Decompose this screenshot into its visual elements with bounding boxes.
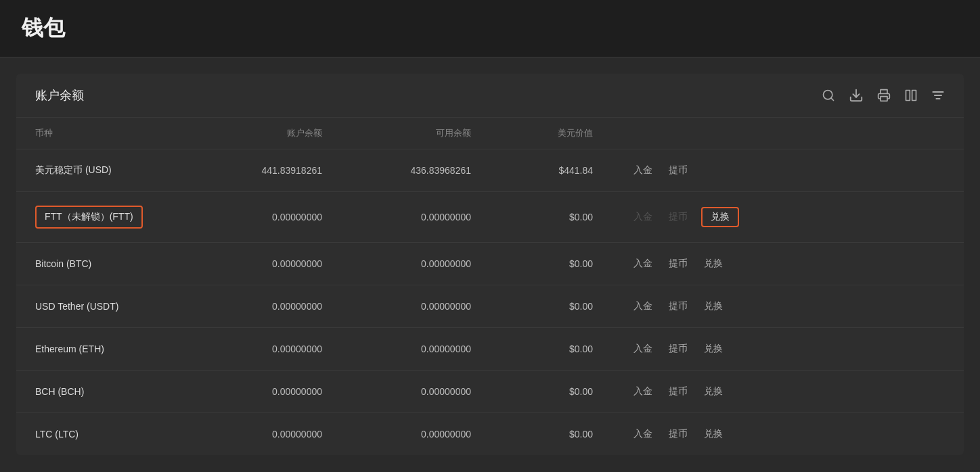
page-title: 钱包	[22, 14, 958, 43]
table-row: LTC (LTC)0.000000000.00000000$0.00入金提币兑换	[16, 413, 964, 456]
usd-value: $0.00	[490, 243, 612, 285]
svg-line-1	[831, 98, 834, 101]
usd-value: $0.00	[490, 285, 612, 328]
columns-icon[interactable]	[904, 89, 918, 102]
deposit-button[interactable]: 入金	[631, 299, 655, 314]
table-row: BCH (BCH)0.000000000.00000000$0.00入金提币兑换	[16, 371, 964, 413]
balance-value: 0.00000000	[192, 243, 341, 285]
available-value: 436.83968261	[341, 149, 490, 192]
deposit-button[interactable]: 入金	[631, 341, 655, 356]
exchange-button[interactable]: 兑换	[701, 299, 726, 314]
withdraw-button[interactable]: 提币	[666, 210, 690, 225]
svg-rect-3	[881, 97, 887, 101]
exchange-button[interactable]: 兑换	[701, 341, 726, 356]
withdraw-button[interactable]: 提币	[666, 427, 690, 442]
deposit-button[interactable]: 入金	[631, 384, 655, 399]
actions-cell: 入金提币兑换	[612, 413, 964, 456]
print-icon[interactable]	[877, 89, 891, 102]
col-header-usd-value: 美元价值	[490, 118, 612, 149]
table-row: USD Tether (USDT)0.000000000.00000000$0.…	[16, 285, 964, 328]
deposit-button[interactable]: 入金	[631, 427, 655, 442]
exchange-button[interactable]: 兑换	[701, 207, 739, 227]
col-header-available: 可用余额	[341, 118, 490, 149]
actions-cell: 入金提币兑换	[612, 328, 964, 371]
withdraw-button[interactable]: 提币	[666, 341, 690, 356]
usd-value: $441.84	[490, 149, 612, 192]
currency-name: USD Tether (USDT)	[16, 285, 192, 328]
currency-name: LTC (LTC)	[16, 413, 192, 456]
page-header: 钱包	[0, 0, 980, 57]
actions-cell: 入金提币	[612, 149, 964, 192]
balance-value: 441.83918261	[192, 149, 341, 192]
svg-rect-4	[906, 91, 910, 101]
actions-cell: 入金提币兑换	[612, 285, 964, 328]
currency-name: 美元稳定币 (USD)	[16, 149, 192, 192]
search-icon[interactable]	[822, 89, 835, 102]
actions-cell: 入金提币兑换	[612, 243, 964, 285]
col-header-balance: 账户余额	[192, 118, 341, 149]
balance-value: 0.00000000	[192, 328, 341, 371]
withdraw-button[interactable]: 提币	[666, 256, 690, 271]
available-value: 0.00000000	[341, 285, 490, 328]
table-row: FTT（未解锁）(FTT)0.000000000.00000000$0.00入金…	[16, 192, 964, 243]
section-title: 账户余额	[35, 87, 84, 103]
balance-value: 0.00000000	[192, 371, 341, 413]
deposit-button[interactable]: 入金	[631, 163, 655, 178]
col-header-actions	[612, 118, 964, 149]
balance-value: 0.00000000	[192, 413, 341, 456]
usd-value: $0.00	[490, 371, 612, 413]
section-header: 账户余额	[16, 74, 964, 118]
table-row: 美元稳定币 (USD)441.83918261436.83968261$441.…	[16, 149, 964, 192]
actions-cell: 入金提币兑换	[612, 371, 964, 413]
currency-name: Bitcoin (BTC)	[16, 243, 192, 285]
table-row: Ethereum (ETH)0.000000000.00000000$0.00入…	[16, 328, 964, 371]
toolbar	[822, 88, 945, 103]
withdraw-button[interactable]: 提币	[666, 384, 690, 399]
deposit-button[interactable]: 入金	[631, 210, 655, 225]
available-value: 0.00000000	[341, 413, 490, 456]
available-value: 0.00000000	[341, 371, 490, 413]
available-value: 0.00000000	[341, 243, 490, 285]
deposit-button[interactable]: 入金	[631, 256, 655, 271]
download-icon[interactable]	[849, 88, 864, 103]
exchange-button[interactable]: 兑换	[701, 427, 726, 442]
exchange-button[interactable]: 兑换	[701, 384, 726, 399]
usd-value: $0.00	[490, 413, 612, 456]
ftt-highlighted-currency: FTT（未解锁）(FTT)	[35, 206, 143, 229]
available-value: 0.00000000	[341, 328, 490, 371]
withdraw-button[interactable]: 提币	[666, 163, 690, 178]
balance-table: 币种 账户余额 可用余额 美元价值 美元稳定币 (USD)441.8391826…	[16, 118, 964, 455]
table-header-row: 币种 账户余额 可用余额 美元价值	[16, 118, 964, 149]
actions-cell: 入金提币兑换	[612, 192, 964, 243]
usd-value: $0.00	[490, 328, 612, 371]
available-value: 0.00000000	[341, 192, 490, 243]
balance-value: 0.00000000	[192, 285, 341, 328]
balance-value: 0.00000000	[192, 192, 341, 243]
col-header-currency: 币种	[16, 118, 192, 149]
main-content: 账户余额	[16, 74, 964, 455]
currency-name: BCH (BCH)	[16, 371, 192, 413]
svg-rect-5	[912, 91, 916, 101]
table-row: Bitcoin (BTC)0.000000000.00000000$0.00入金…	[16, 243, 964, 285]
filter-icon[interactable]	[931, 89, 945, 102]
exchange-button[interactable]: 兑换	[701, 256, 726, 271]
usd-value: $0.00	[490, 192, 612, 243]
withdraw-button[interactable]: 提币	[666, 299, 690, 314]
currency-name: Ethereum (ETH)	[16, 328, 192, 371]
currency-name: FTT（未解锁）(FTT)	[16, 192, 192, 243]
